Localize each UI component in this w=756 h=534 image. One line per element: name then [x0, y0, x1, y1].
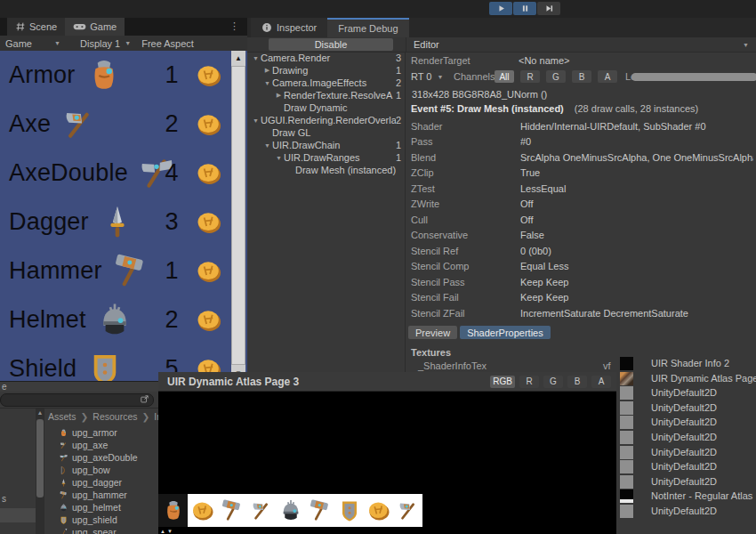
atlas-channel-a-button[interactable]: A	[591, 376, 611, 388]
asset-row[interactable]: upg_axeDouble	[59, 451, 158, 464]
game-item-row[interactable]: Axe2	[0, 100, 247, 149]
tab-frame-debug-label: Frame Debug	[338, 23, 398, 34]
frame-event-tree-item[interactable]: ▶RenderTexture.ResolveA1	[247, 89, 405, 101]
texture-list-row[interactable]: UnityDefault2D	[620, 400, 717, 415]
foldout-icon[interactable]: ▼	[251, 117, 261, 124]
texture-list-row[interactable]: UnityDefault2D	[620, 459, 717, 473]
texture-list-row[interactable]: UIR Shader Info 2	[620, 356, 729, 370]
tab-game[interactable]: Game	[65, 18, 125, 36]
tab-inspector[interactable]: Inspector	[251, 18, 327, 37]
frame-event-tree-item[interactable]: Draw GL	[247, 126, 405, 139]
foldout-icon[interactable]: ▼	[251, 55, 261, 61]
frame-event-tree-item[interactable]: ▶Drawing1	[247, 64, 405, 77]
shader-property-row: ShaderHidden/Internal-UIRDefault, SubSha…	[411, 118, 753, 134]
asset-row[interactable]: upg_hammer	[59, 489, 158, 501]
panel-menu-icon[interactable]: ⋮	[229, 20, 240, 32]
asset-name: upg_bow	[72, 465, 110, 475]
texture-thumbnail	[620, 446, 633, 459]
foldout-icon[interactable]: ▶	[262, 67, 272, 74]
property-value: Equal Less	[520, 261, 753, 271]
gamepad-icon	[73, 21, 86, 32]
breadcrumb-item[interactable]: Assets	[48, 411, 76, 422]
frame-event-tree-item[interactable]: ▼UIR.DrawChain1	[247, 139, 405, 151]
asset-row[interactable]: upg_dagger	[59, 476, 158, 489]
texture-list-row[interactable]: UnityDefault2D	[620, 415, 717, 429]
game-dropdown[interactable]: Game ▼	[0, 38, 66, 49]
asset-row[interactable]: upg_bow	[59, 464, 158, 476]
tab-scene[interactable]: Scene	[7, 18, 65, 36]
game-item-row[interactable]: Helmet2	[0, 295, 247, 344]
game-item-row[interactable]: Armor1	[0, 51, 247, 100]
target-dropdown[interactable]: Editor ▼	[406, 37, 756, 52]
folder-selection[interactable]	[0, 508, 36, 522]
texture-list-row[interactable]: NotInter - Regular Atlas	[620, 489, 752, 503]
texture-list-row[interactable]: UnityDefault2D	[620, 445, 717, 459]
texture-list-row[interactable]: UnityDefault2D	[620, 474, 717, 489]
frame-event-tree-item[interactable]: Draw Mesh (instanced)	[247, 164, 405, 176]
property-label: ZWrite	[411, 198, 520, 209]
external-window-icon[interactable]	[140, 394, 149, 404]
atlas-channel-b-button[interactable]: B	[567, 376, 587, 388]
asset-row[interactable]: upg_spear	[59, 526, 158, 534]
channel-all-button[interactable]: All	[495, 70, 514, 83]
asset-row[interactable]: upg_armor	[59, 426, 158, 439]
channel-a-button[interactable]: A	[598, 70, 617, 83]
atlas-channel-rgb-button[interactable]: RGB	[490, 376, 515, 388]
texture-list-row[interactable]: UnityDefault2D	[620, 430, 717, 444]
channel-b-button[interactable]: B	[572, 70, 591, 83]
frame-event-tree-item[interactable]: ▼Camera.Render3	[247, 52, 405, 64]
scroll-up-icon[interactable]: ▲	[36, 409, 44, 417]
rt-dropdown[interactable]: RT 0 ▼	[411, 71, 454, 82]
scroll-up-icon[interactable]: ▲	[231, 51, 245, 66]
texture-list-row[interactable]: UIR Dynamic Atlas Page	[620, 371, 756, 385]
game-scrollbar[interactable]: ▲ ▼	[231, 51, 245, 381]
game-item-row[interactable]: AxeDouble4	[0, 149, 247, 198]
scrollbar-thumb[interactable]	[232, 67, 245, 364]
preview-button[interactable]: Preview	[408, 326, 457, 339]
tab-frame-debug[interactable]: Frame Debug	[327, 18, 408, 37]
asset-row[interactable]: upg_helmet	[59, 501, 158, 514]
foldout-icon[interactable]: ▼	[262, 80, 272, 86]
display-dropdown[interactable]: Display 1 ▼	[75, 38, 136, 49]
atlas-channel-g-button[interactable]: G	[543, 376, 563, 388]
render-target-label: RenderTarget	[411, 55, 470, 66]
game-item-row[interactable]: Dagger3	[0, 198, 247, 247]
shader-property-row: BlendSrcAlpha OneMinusSrcAlpha, One OneM…	[411, 150, 753, 166]
breadcrumb-item[interactable]: Resources	[92, 411, 137, 422]
folder-scrollbar[interactable]: ▲	[36, 409, 44, 534]
levels-slider[interactable]	[631, 73, 756, 81]
foldout-icon[interactable]: ▶	[274, 92, 284, 99]
item-name: Dagger	[9, 208, 89, 236]
channel-r-button[interactable]: R	[520, 70, 540, 83]
chevron-down-icon: ▼	[743, 42, 749, 48]
play-button[interactable]	[489, 2, 512, 15]
asset-row[interactable]: upg_shield	[59, 514, 158, 526]
atlas-titlebar[interactable]: UIR Dynamic Atlas Page 3 RGBRGBA	[158, 372, 616, 392]
shader-properties-button[interactable]: ShaderProperties	[460, 326, 551, 339]
foldout-icon[interactable]: ▼	[274, 155, 284, 161]
frame-event-tree-item[interactable]: ▼UIR.DrawRanges1	[247, 151, 405, 164]
texture-list-row[interactable]: UnityDefault2D	[620, 504, 717, 518]
coin-icon	[194, 61, 224, 91]
frame-event-tree-item[interactable]: ▼Camera.ImageEffects2	[247, 77, 405, 89]
strip-scroll-arrows[interactable]: ▲▼	[160, 529, 174, 534]
frame-event-tree-item[interactable]: ▼UGUI.Rendering.RenderOverla2	[247, 114, 405, 126]
game-item-row[interactable]: Hammer1	[0, 247, 247, 295]
scrollbar-thumb[interactable]	[36, 419, 44, 498]
foldout-icon[interactable]: ▼	[262, 142, 272, 149]
asset-row[interactable]: upg_axe	[59, 439, 158, 451]
breadcrumb: Assets❯Resources❯Inv	[48, 411, 158, 422]
disable-button[interactable]: Disable	[269, 38, 393, 51]
pause-button[interactable]	[513, 2, 536, 15]
property-label: Stencil Comp	[411, 261, 520, 271]
channel-g-button[interactable]: G	[546, 70, 566, 83]
atlas-sprite-tile	[217, 494, 246, 527]
search-input[interactable]	[0, 393, 154, 407]
step-button[interactable]	[537, 2, 560, 15]
texture-list-row[interactable]: UnityDefault2D	[620, 385, 717, 400]
frame-event-tree-item[interactable]: Draw Dynamic	[247, 101, 405, 114]
atlas-channel-r-button[interactable]: R	[519, 376, 539, 388]
aspect-dropdown[interactable]: Free Aspect	[136, 38, 199, 49]
display-dropdown-label: Display 1	[80, 38, 120, 49]
axe-icon	[59, 441, 68, 450]
